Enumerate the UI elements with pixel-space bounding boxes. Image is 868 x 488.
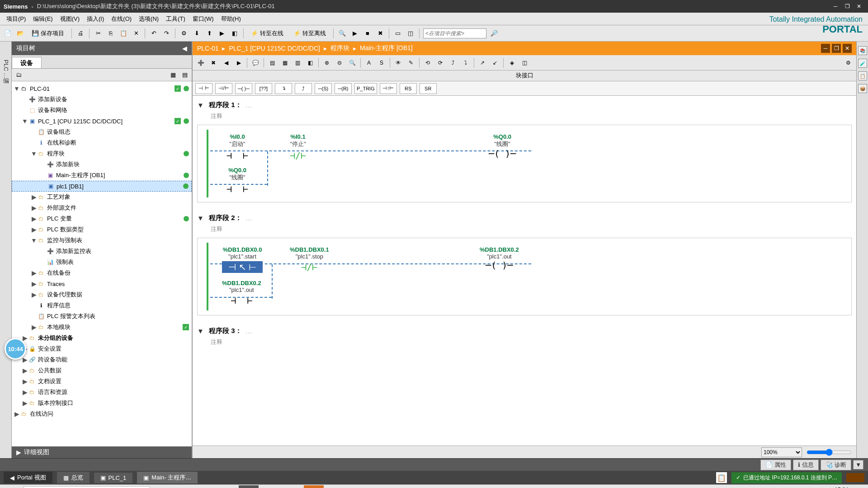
contact-plc1-stop[interactable]: %DB1.DBX0.1 "plc1".stop ⊣/⊢: [290, 246, 329, 272]
tree-add-watch[interactable]: ➕ 添加新监控表: [12, 246, 192, 257]
tree-plc-datatypes[interactable]: ▶🗀 PLC 数据类型: [12, 224, 192, 235]
etb-snap-icon[interactable]: ◈: [506, 57, 517, 68]
zoom-slider[interactable]: [807, 449, 852, 456]
network-3-comment[interactable]: 注释: [211, 338, 852, 346]
tree-online-access[interactable]: ▶🗀 在线访问: [12, 408, 192, 419]
lad-box[interactable]: [??]: [255, 83, 272, 94]
taskbar-search[interactable]: 🔍: [24, 486, 150, 488]
expand-icon[interactable]: ▶: [31, 280, 37, 287]
etb-nav-prev-icon[interactable]: ◀: [221, 57, 231, 68]
tree-online-diag[interactable]: ℹ 在线和诊断: [12, 137, 192, 148]
task-view-button[interactable]: ⧉: [152, 485, 172, 488]
contact-plc1-start[interactable]: %DB1.DBX0.0 "plc1".start ⊣ ↖ ⊢: [222, 246, 263, 272]
tree-view1-icon[interactable]: ▦: [168, 70, 178, 80]
lad-set[interactable]: ─(S): [315, 83, 332, 94]
bc-plc[interactable]: PLC_1 [CPU 1215C DC/DC/DC]: [229, 45, 320, 52]
network-2-header[interactable]: ▼ 程序段 2： …: [197, 211, 852, 224]
network-1-header[interactable]: ▼ 程序段 1： …: [197, 99, 852, 111]
expand-icon[interactable]: ▶: [31, 193, 37, 201]
compile-icon[interactable]: ⚙: [179, 28, 189, 38]
menu-edit[interactable]: 编辑(E): [29, 13, 56, 25]
coil-output[interactable]: %Q0.0 "线圈" ─( )─: [489, 133, 516, 159]
etb-monitor-icon[interactable]: 👁: [393, 57, 404, 68]
portal-view-button[interactable]: ◀ Portal 视图: [4, 472, 52, 483]
redo-icon[interactable]: ↷: [161, 28, 171, 38]
expand-icon[interactable]: ▼: [197, 101, 205, 109]
expand-icon[interactable]: ▶: [31, 269, 37, 277]
window-close-button[interactable]: ✕: [854, 2, 864, 11]
menu-window[interactable]: 窗口(W): [189, 13, 217, 25]
left-vertical-tab[interactable]: PLC 编…: [0, 42, 12, 458]
detail-view-header[interactable]: ▶ 详细视图: [12, 446, 192, 458]
tree-plc-tags[interactable]: ▶🗀 PLC 变量: [12, 213, 192, 224]
network-2-ladder[interactable]: %DB1.DBX0.0 "plc1".start ⊣ ↖ ⊢ %DB1.DBX0…: [197, 238, 852, 315]
copy-icon[interactable]: ⎘: [106, 28, 116, 38]
network-2-comment[interactable]: 注释: [211, 225, 852, 233]
window-restore-button[interactable]: ❐: [842, 2, 853, 11]
tree-add-block[interactable]: ➕ 添加新块: [12, 159, 192, 170]
tree-devices-networks[interactable]: ⬚ 设备和网络: [12, 105, 192, 116]
menu-tools[interactable]: 工具(T): [162, 13, 189, 25]
tab-overview[interactable]: ▦ 总览: [57, 472, 90, 483]
editor-canvas[interactable]: ▼ 程序段 1： … 注释 %I0.0 "启动" ⊣ ⊢: [193, 96, 856, 446]
etb-insert-network-icon[interactable]: ➕: [195, 57, 206, 68]
go-offline-button[interactable]: ⚡ 转至离线: [290, 28, 330, 39]
taskbar-edge[interactable]: 🌐: [174, 485, 193, 488]
taskbar-app-red[interactable]: ◉: [282, 485, 302, 488]
contact-seal[interactable]: %Q0.0 "线圈" ⊣ ⊢: [226, 167, 248, 194]
etb-sym-icon[interactable]: S: [376, 57, 387, 68]
tree-watch-tables[interactable]: ▼🗀 监控与强制表: [12, 235, 192, 246]
tree-traces[interactable]: ▶🗀 Traces: [12, 278, 192, 289]
upload-icon[interactable]: ⬆: [204, 28, 214, 38]
coil-plc1-out[interactable]: %DB1.DBX0.2 "plc1".out ─( )─: [480, 246, 519, 271]
expand-icon[interactable]: ▶: [31, 204, 37, 211]
sim-icon[interactable]: ▶: [217, 28, 227, 38]
etb-split-icon[interactable]: ◫: [519, 57, 530, 68]
etb-go1-icon[interactable]: ⟲: [422, 57, 433, 68]
lad-sr[interactable]: SR: [420, 83, 437, 94]
start-cpu-icon[interactable]: ▶: [350, 28, 360, 38]
layout2-icon[interactable]: ◫: [406, 28, 415, 38]
lad-close-branch[interactable]: ⤴: [295, 83, 312, 94]
network-1-ladder[interactable]: %I0.0 "启动" ⊣ ⊢ %I0.1 "停止" ⊣/⊢ %Q0.0 "线圈": [197, 125, 852, 202]
etb-abs-icon[interactable]: A: [363, 57, 374, 68]
tab-main-program[interactable]: ▣ Main- 主程序…: [137, 472, 198, 483]
tree-proxy-data[interactable]: ▶🗀 设备代理数据: [12, 289, 192, 300]
tree-cross-device[interactable]: ▶🔗 跨设备功能: [12, 354, 192, 365]
tree-languages[interactable]: ▶🗀 语言和资源: [12, 387, 192, 398]
undo-icon[interactable]: ↶: [149, 28, 159, 38]
taskbar-mail[interactable]: ✉: [217, 485, 237, 488]
tree-alarm-texts[interactable]: 📋 PLC 报警文本列表: [12, 311, 192, 322]
tree-ungrouped-devices[interactable]: ▶🗀 未分组的设备: [12, 333, 192, 343]
expand-icon[interactable]: ▼: [31, 237, 37, 244]
etb-go3-icon[interactable]: ⤴: [448, 57, 458, 68]
delete-icon[interactable]: ✕: [131, 28, 141, 38]
go-online-button[interactable]: ⚡ 转至在线: [247, 28, 287, 39]
download-icon[interactable]: ⬇: [192, 28, 202, 38]
menu-online[interactable]: 在线(O): [108, 13, 135, 25]
print-icon[interactable]: 🖨: [75, 28, 85, 38]
contact-start[interactable]: %I0.0 "启动" ⊣ ⊢: [226, 133, 248, 161]
tree-version-control[interactable]: ▶🗀 版本控制接口: [12, 398, 192, 408]
tree-filter-icon[interactable]: 🗂: [14, 70, 24, 80]
etb-view1-icon[interactable]: ▤: [267, 57, 278, 68]
tab-devices[interactable]: 设备: [12, 57, 42, 68]
rvt-libraries-icon[interactable]: 📦: [858, 84, 867, 93]
save-project-button[interactable]: 💾 保存项目: [28, 28, 68, 39]
expand-icon[interactable]: ▶: [22, 389, 28, 396]
taskbar-app-pink[interactable]: ▣: [260, 485, 280, 488]
tree-view2-icon[interactable]: ▤: [180, 70, 190, 80]
taskbar-plcsim[interactable]: PLCSIM: [304, 485, 324, 488]
lad-open-branch[interactable]: ↴: [275, 83, 292, 94]
zoom-select[interactable]: 100%: [761, 447, 802, 457]
taskbar-app-loading[interactable]: ⟳: [326, 485, 345, 488]
hmi-sim-icon[interactable]: ◧: [230, 28, 240, 38]
expand-icon[interactable]: ▼: [14, 85, 20, 92]
rvt-testing-icon[interactable]: 🧪: [858, 59, 867, 68]
expand-icon[interactable]: ▼: [197, 214, 205, 222]
tree-external-sources[interactable]: ▶🗀 外部源文件: [12, 202, 192, 213]
etb-nav-next-icon[interactable]: ▶: [233, 57, 244, 68]
lad-nc-contact[interactable]: ⊣/⊢: [215, 83, 232, 94]
expand-icon[interactable]: ▶: [22, 367, 28, 374]
etb-go4-icon[interactable]: ⤵: [460, 57, 471, 68]
